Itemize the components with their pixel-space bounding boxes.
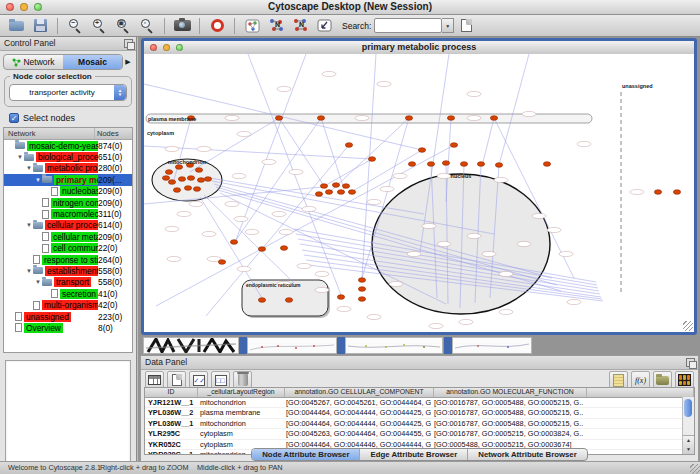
network-node[interactable] (348, 190, 355, 195)
tree-row-label[interactable]: cellular metabol (51, 232, 98, 242)
network-node[interactable] (477, 162, 484, 167)
network-node[interactable] (168, 180, 175, 185)
table-row[interactable]: YPL036W__1mitochondrion[GO:0044464, GO:0… (145, 419, 694, 429)
tree-row[interactable]: unassigned223(0) (4, 311, 132, 322)
network-node[interactable] (673, 190, 680, 195)
table-column-header[interactable]: annotation.GO CELLULAR_COMPONENT (285, 388, 434, 397)
network-node[interactable] (368, 157, 375, 162)
import-network-db-button[interactable]: N (290, 17, 310, 35)
network-window-title-bar[interactable]: primary metabolic process (144, 41, 694, 55)
more-tabs-arrow[interactable]: ▶ (123, 58, 133, 66)
scroll-up-arrow[interactable]: ▲ (683, 436, 694, 445)
network-node[interactable] (358, 297, 365, 302)
tree-row-label[interactable]: multi-organism pro (42, 300, 98, 310)
table-cell[interactable]: YPL036W__1 (145, 419, 197, 428)
table-cell[interactable]: [GO:0016787, GO:0005488, GO:0005215, G..… (431, 419, 583, 428)
tree-row[interactable]: nucleobase-209(0) (4, 186, 132, 197)
network-node[interactable] (165, 170, 172, 175)
table-cell[interactable]: YJR121W__1 (145, 398, 197, 407)
open-session-button[interactable] (6, 17, 26, 35)
network-node[interactable] (280, 246, 287, 251)
tree-row[interactable]: cellular metabol209(0) (4, 231, 132, 242)
tree-expander-icon[interactable]: ▼ (25, 222, 33, 228)
network-node[interactable] (450, 143, 457, 148)
tree-row[interactable]: ▼primary metabo209(... (4, 174, 132, 185)
tree-row-label[interactable]: primary metabo (54, 175, 98, 185)
table-cell[interactable]: plasma membrane (197, 408, 283, 417)
search-input[interactable] (374, 18, 442, 33)
tree-column-network[interactable]: Network (4, 128, 95, 139)
network-edge[interactable] (326, 159, 372, 185)
network-node[interactable] (490, 116, 497, 121)
background-window[interactable] (452, 337, 532, 354)
network-node[interactable] (197, 178, 204, 183)
tree-row-label[interactable]: cell communicat (51, 243, 98, 253)
network-graph[interactable]: plasma membranecytoplasmmitochondrionnuc… (144, 54, 694, 335)
table-cell[interactable]: YPL036W__2 (145, 408, 197, 417)
network-node[interactable] (230, 240, 237, 245)
table-column-header[interactable]: annotation.GO MOLECULAR_FUNCTION (434, 388, 587, 397)
network-node[interactable] (204, 177, 211, 182)
tree-row[interactable]: mosaic-demo-yeast874(0) (4, 140, 132, 151)
network-node[interactable] (193, 187, 200, 192)
tree-row[interactable]: multi-organism pro42(0) (4, 299, 132, 310)
zoom-selected-button[interactable]: ▫ (137, 17, 157, 35)
network-node[interactable] (162, 176, 169, 181)
network-node[interactable] (315, 192, 322, 197)
tree-expander-icon[interactable]: ▼ (25, 268, 33, 274)
tab-mosaic[interactable]: Mosaic (63, 55, 122, 69)
tree-row[interactable]: macromolecule311(0) (4, 208, 132, 219)
tab-network-attribute-browser[interactable]: Network Attribute Browser (468, 449, 587, 460)
zoom-fit-button[interactable]: ▣ (113, 17, 133, 35)
network-node[interactable] (332, 183, 339, 188)
tree-row[interactable]: ▼establishment of lo558(0) (4, 265, 132, 276)
tree-row-label[interactable]: establishment of lo (45, 266, 98, 276)
tree-row[interactable]: ▼cellular process614(0) (4, 220, 132, 231)
network-node[interactable] (408, 162, 415, 167)
table-column-header[interactable]: ID (145, 388, 198, 397)
tree-row-label[interactable]: secretion (60, 289, 98, 299)
network-node[interactable] (342, 184, 349, 189)
network-node[interactable] (184, 186, 191, 191)
table-cell[interactable]: [GO:0016787, GO:0005488, GO:0005215, G..… (431, 398, 583, 407)
tree-row-label[interactable]: unassigned (24, 312, 71, 322)
network-node[interactable] (447, 116, 454, 121)
vizmapper-button[interactable] (314, 17, 334, 35)
tree-row-label[interactable]: transport (54, 277, 91, 287)
network-node[interactable] (460, 162, 467, 167)
tree-row-label[interactable]: biological_process (36, 152, 98, 162)
tree-row-label[interactable]: mosaic-demo-yeast (27, 141, 98, 151)
create-network-button[interactable] (242, 17, 262, 35)
table-row[interactable]: YJR121W__1mitochondrion[GO:0045267, GO:0… (145, 398, 694, 408)
help-button[interactable] (207, 17, 227, 35)
tree-row[interactable]: ▼transport558(0) (4, 277, 132, 288)
network-edge[interactable] (236, 54, 306, 240)
background-window-edge[interactable] (239, 337, 247, 354)
network-node[interactable] (543, 162, 550, 167)
tab-edge-attribute-browser[interactable]: Edge Attribute Browser (360, 449, 468, 460)
tree-row-label[interactable]: metabolic process (45, 163, 98, 173)
network-node[interactable] (337, 295, 344, 300)
tree-row[interactable]: nitrogen compo209(0) (4, 197, 132, 208)
tree-expander-icon[interactable]: ▼ (16, 154, 24, 160)
network-node[interactable] (358, 278, 365, 283)
table-cell[interactable]: [GO:0016787, GO:0005488, GO:0005215, G..… (431, 408, 583, 417)
network-canvas[interactable]: plasma membranecytoplasmmitochondrionnuc… (144, 54, 694, 332)
network-edge[interactable] (499, 54, 529, 165)
tree-row-label[interactable]: response to stimulu (42, 255, 98, 265)
network-node[interactable] (258, 298, 265, 303)
network-node[interactable] (178, 177, 185, 182)
tab-node-attribute-browser[interactable]: Node Attribute Browser (252, 449, 360, 460)
tree-row[interactable]: Overview8(0) (4, 322, 132, 333)
network-node[interactable] (218, 260, 225, 265)
network-node[interactable] (195, 168, 202, 173)
float-panel-icon[interactable] (124, 39, 133, 48)
import-table-button[interactable] (456, 17, 476, 35)
select-nodes-checkbox[interactable]: ✓ (9, 113, 19, 123)
float-panel-icon[interactable] (686, 358, 695, 367)
network-node[interactable] (285, 298, 292, 303)
tree-expander-icon[interactable]: ▼ (25, 165, 33, 171)
tree-row[interactable]: cell communicat22(0) (4, 243, 132, 254)
network-node[interactable] (175, 165, 182, 170)
network-node[interactable] (418, 148, 425, 153)
